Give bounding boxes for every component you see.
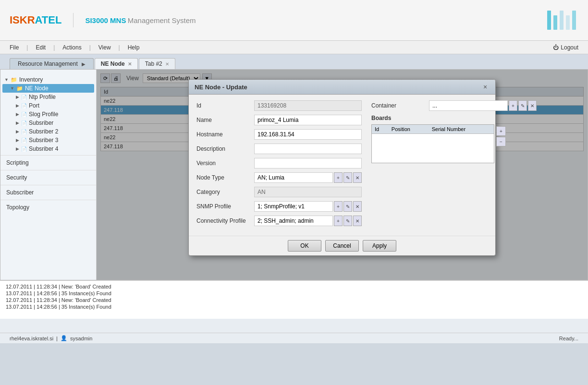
field-category-input xyxy=(254,187,362,197)
sidebar-item-scripting[interactable]: Scripting xyxy=(0,155,96,170)
form-row-id: Id xyxy=(196,100,362,111)
header-divider xyxy=(73,13,74,27)
menu-help[interactable]: Help xyxy=(128,44,140,51)
boards-add-button[interactable]: + xyxy=(496,126,506,136)
svg-rect-3 xyxy=(566,15,570,30)
sidebar-slog-profile-label: Slog Profile xyxy=(29,111,58,118)
snmp-clear-button[interactable]: ✕ xyxy=(353,201,362,212)
header-icon xyxy=(545,8,578,32)
field-container-input[interactable] xyxy=(429,100,508,111)
boards-remove-button[interactable]: − xyxy=(496,137,506,146)
sidebar-item-port[interactable]: ▶ 📄 Port xyxy=(2,101,94,110)
sidebar-item-subscriber[interactable]: Subscriber xyxy=(0,185,96,200)
sidebar-item-ne-node[interactable]: ▼ 📁 NE Node xyxy=(2,84,94,93)
field-description-label: Description xyxy=(196,145,254,152)
field-version-input[interactable] xyxy=(254,158,362,168)
sidebar-item-inventory[interactable]: ▼ 📁 Inventory xyxy=(2,75,94,84)
sidebar-subsriber-label: Subsriber xyxy=(29,120,53,126)
field-id-input[interactable] xyxy=(254,100,362,111)
app-subtitle: Management System xyxy=(128,16,196,24)
connectivity-edit-button[interactable]: ✎ xyxy=(343,216,352,226)
container-clear-button[interactable]: ✕ xyxy=(528,100,537,111)
field-hostname-label: Hostname xyxy=(196,131,254,138)
main-view: ⟳ 🖨 View Standard (Default) ▼ Id (Contai… xyxy=(97,70,588,280)
field-snmp-profile-label: SNMP Profile xyxy=(196,203,254,210)
log-line: 13.07.2011 | 14:28:56 | 35 Instance(s) F… xyxy=(6,290,582,296)
folder-icon: 📁 xyxy=(11,77,17,83)
sidebar-item-topology[interactable]: Topology xyxy=(0,200,96,215)
field-connectivity-profile-input[interactable] xyxy=(254,216,333,226)
boards-col-id: Id xyxy=(372,125,389,134)
tab-2[interactable]: Tab #2 ✕ xyxy=(139,58,175,69)
field-connectivity-profile-label: Connectivity Profile xyxy=(196,217,254,224)
node-type-add-button[interactable]: + xyxy=(334,172,343,183)
svg-rect-0 xyxy=(547,11,551,30)
expand-triangle-icon: ▶ xyxy=(16,103,19,108)
sidebar-item-slog-profile[interactable]: ▶ 📄 Slog Profile xyxy=(2,110,94,119)
connectivity-add-button[interactable]: + xyxy=(334,216,343,226)
boards-col-position: Position xyxy=(389,125,429,134)
modal-overlay: NE Node - Update × Id Name xyxy=(97,70,588,280)
expand-triangle-icon: ▶ xyxy=(16,120,19,125)
sidebar-tree: ▼ 📁 Inventory ▼ 📁 NE Node ▶ 📄 Ntp Profil… xyxy=(0,73,96,155)
modal-footer: OK Cancel Apply xyxy=(189,236,495,255)
field-name-input[interactable] xyxy=(254,115,362,125)
container-add-button[interactable]: + xyxy=(509,100,517,111)
tab-ne-node[interactable]: NE Node ✕ xyxy=(95,58,138,69)
tabs-bar: Resource Management ▶ NE Node ✕ Tab #2 ✕ xyxy=(0,54,588,69)
modal-close-button[interactable]: × xyxy=(481,83,490,91)
tab-2-close[interactable]: ✕ xyxy=(165,61,169,67)
server-label: rhel4eva.iskratel.si xyxy=(10,336,53,341)
ok-button[interactable]: OK xyxy=(288,240,321,252)
sidebar-item-security[interactable]: Security xyxy=(0,170,96,185)
boards-col-serial: Serial Number xyxy=(429,125,494,134)
content-panel: ▼ 📁 Inventory ▼ 📁 NE Node ▶ 📄 Ntp Profil… xyxy=(0,69,588,280)
sidebar-item-subsriber3[interactable]: ▶ 📄 Subsriber 3 xyxy=(2,136,94,144)
form-row-connectivity-profile: Connectivity Profile + ✎ ✕ xyxy=(196,216,362,226)
node-type-clear-button[interactable]: ✕ xyxy=(353,172,362,183)
field-name-label: Name xyxy=(196,117,254,123)
field-container-label: Container xyxy=(371,102,429,109)
menu-actions[interactable]: Actions xyxy=(62,44,81,51)
expand-triangle-icon: ▶ xyxy=(16,95,19,99)
snmp-edit-button[interactable]: ✎ xyxy=(343,201,352,212)
doc-icon: 📄 xyxy=(21,146,27,152)
sidebar-ntp-profile-label: Ntp Profile xyxy=(29,94,56,100)
sidebar-item-ntp-profile[interactable]: ▶ 📄 Ntp Profile xyxy=(2,93,94,101)
menu-edit[interactable]: Edit xyxy=(36,44,46,51)
field-hostname-input[interactable] xyxy=(254,129,362,140)
sidebar-subsriber2-label: Subsriber 2 xyxy=(29,128,58,135)
apply-button[interactable]: Apply xyxy=(363,240,396,252)
menu-file[interactable]: File xyxy=(10,44,19,51)
svg-rect-1 xyxy=(553,15,557,30)
tab-resource-management[interactable]: Resource Management ▶ xyxy=(10,58,94,69)
header: ISKRATEL SI3000 MNS Management System xyxy=(0,0,588,41)
modal-right-section: Container + ✎ ✕ Boards xyxy=(371,100,506,230)
field-node-type-label: Node Type xyxy=(196,174,254,181)
field-description-input[interactable] xyxy=(254,144,362,154)
expand-triangle-icon: ▶ xyxy=(16,138,19,143)
folder-icon: 📁 xyxy=(16,85,23,92)
log-line: 12.07.2011 | 11:28:34 | New: 'Board' Cre… xyxy=(6,284,582,289)
tab-ne-node-close[interactable]: ✕ xyxy=(128,61,132,67)
tab-resource-management-label: Resource Management xyxy=(18,60,78,67)
modal-title: NE Node - Update xyxy=(195,84,247,91)
brand-logo: ISKRATEL xyxy=(10,14,61,26)
sidebar-subsriber3-label: Subsriber 3 xyxy=(29,137,58,144)
field-node-type-input[interactable] xyxy=(254,172,333,183)
connectivity-clear-button[interactable]: ✕ xyxy=(353,216,362,226)
sidebar-item-subsriber2[interactable]: ▶ 📄 Subsriber 2 xyxy=(2,127,94,136)
sidebar-item-subsriber4[interactable]: ▶ 📄 Subsriber 4 xyxy=(2,144,94,153)
logout-button[interactable]: ⏻ Logout xyxy=(553,44,578,51)
snmp-add-button[interactable]: + xyxy=(334,201,343,212)
sidebar-item-subsriber[interactable]: ▶ 📄 Subsriber xyxy=(2,119,94,127)
power-icon: ⏻ xyxy=(553,44,559,51)
container-edit-button[interactable]: ✎ xyxy=(518,100,527,111)
menu-view[interactable]: View xyxy=(98,44,111,51)
user-icon: 👤 xyxy=(61,335,67,341)
expand-icon: ▶ xyxy=(82,61,86,67)
modal-header: NE Node - Update × xyxy=(189,80,495,95)
cancel-button[interactable]: Cancel xyxy=(325,240,359,252)
field-snmp-profile-input[interactable] xyxy=(254,201,333,212)
node-type-edit-button[interactable]: ✎ xyxy=(343,172,352,183)
